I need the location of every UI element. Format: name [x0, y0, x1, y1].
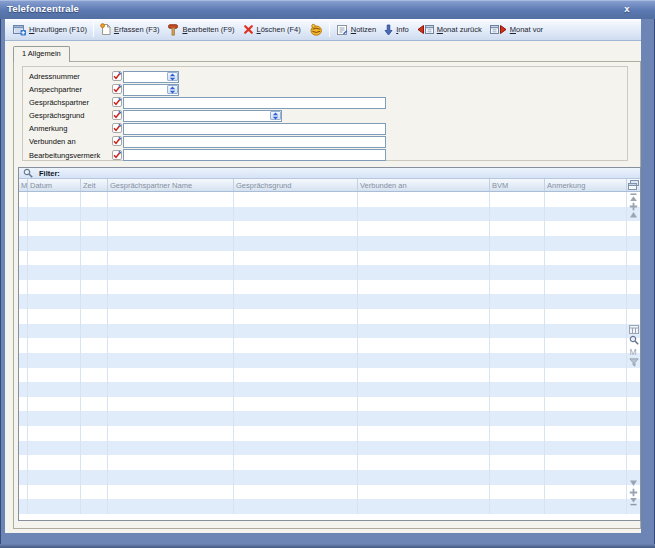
table-row[interactable]	[19, 338, 640, 353]
delete-x-icon	[243, 24, 254, 35]
filter-label: Filter:	[39, 169, 60, 178]
field-input-bearbeitungsvermerk[interactable]	[123, 149, 386, 161]
scroll-bottom-icon[interactable]	[628, 496, 639, 506]
search-icon[interactable]	[628, 335, 639, 345]
field-input-verbunden-an[interactable]	[123, 136, 386, 148]
toolbar: Hinzufügen (F10)Erfassen (F3)Bearbeiten …	[5, 19, 641, 41]
form-row-bearbeitungsvermerk: Bearbeitungsvermerk	[23, 149, 627, 162]
column-divider	[544, 192, 545, 514]
table-row[interactable]	[19, 485, 640, 500]
toolbar-button-mascot-icon[interactable]	[305, 21, 327, 38]
form-row-anspechpartner: Anspechpartner	[23, 83, 627, 96]
field-value	[124, 137, 385, 139]
table-row[interactable]	[19, 411, 640, 426]
table-row[interactable]	[19, 280, 640, 295]
goto-record-icon[interactable]: M	[628, 346, 639, 356]
title-bar: Telefonzentrale x	[0, 0, 655, 19]
field-label: Anspechpartner	[29, 85, 82, 94]
toolbar-button-erfassen-f3[interactable]: Erfassen (F3)	[96, 21, 163, 38]
new-page-icon	[100, 23, 111, 36]
toolbar-separator	[93, 22, 94, 37]
search-icon[interactable]	[23, 168, 33, 178]
toolbar-button-label: Monat zurück	[437, 25, 482, 34]
column-header-anmerkung[interactable]: Anmerkung	[545, 179, 627, 191]
form-row-verbunden-an: Verbunden an	[23, 135, 627, 148]
edit-check-icon[interactable]	[112, 84, 122, 94]
table-row[interactable]	[19, 455, 640, 470]
spinner-button[interactable]	[270, 111, 281, 120]
tab-allgemein[interactable]: 1 Allgemein	[13, 46, 70, 62]
column-chooser-icon[interactable]	[628, 180, 639, 190]
table-row[interactable]	[19, 470, 640, 485]
table-row[interactable]	[19, 426, 640, 441]
table-row[interactable]	[19, 441, 640, 456]
spinner-button[interactable]	[167, 85, 178, 94]
table-row[interactable]	[19, 397, 640, 412]
toolbar-button-label: Bearbeiten (F9)	[182, 25, 234, 34]
form-panel: AdressnummerAnspechpartnerGesprächspartn…	[22, 66, 628, 161]
scroll-up-icon[interactable]	[628, 210, 639, 220]
edit-check-icon[interactable]	[112, 150, 122, 160]
column-header-bvm[interactable]: BVM	[490, 179, 545, 191]
spinner-button[interactable]	[167, 72, 178, 81]
table-row[interactable]	[19, 382, 640, 397]
table-row[interactable]	[19, 353, 640, 368]
grid-body	[19, 192, 640, 514]
column-divider	[357, 192, 358, 514]
toolbar-button-monat-zur-ck[interactable]: Monat zurück	[413, 22, 486, 37]
toolbar-button-label: Notizen	[351, 25, 376, 34]
table-row[interactable]	[19, 294, 640, 309]
table-row[interactable]	[19, 324, 640, 339]
toolbar-button-l-schen-f4[interactable]: Löschen (F4)	[239, 22, 305, 37]
field-input-adressnummer[interactable]	[123, 71, 179, 83]
field-input-anmerkung[interactable]	[123, 123, 386, 135]
toolbar-button-label: Löschen (F4)	[257, 25, 301, 34]
svg-text:M: M	[629, 347, 636, 356]
column-header-gespr-chspartner-name[interactable]: Gesprächspartner Name	[108, 179, 234, 191]
form-row-gespr-chsgrund: Gesprächsgrund	[23, 109, 627, 122]
table-row[interactable]	[19, 251, 640, 266]
toolbar-separator	[329, 22, 330, 37]
column-header-gespr-chsgrund[interactable]: Gesprächsgrund	[234, 179, 358, 191]
column-header-zeit[interactable]: Zeit	[81, 179, 108, 191]
toolbar-button-info[interactable]: Info	[380, 22, 413, 38]
table-row[interactable]	[19, 221, 640, 236]
field-value	[124, 124, 385, 126]
edit-check-icon[interactable]	[112, 71, 122, 81]
tab-page: AdressnummerAnspechpartnerGesprächspartn…	[13, 61, 641, 529]
table-row[interactable]	[19, 236, 640, 251]
table-row[interactable]	[19, 207, 640, 222]
field-input-gespr-chspartner[interactable]	[123, 97, 386, 109]
field-input-anspechpartner[interactable]	[123, 84, 179, 96]
close-button[interactable]: x	[620, 2, 634, 15]
toolbar-button-monat-vor[interactable]: Monat vor	[486, 22, 547, 37]
field-label: Anmerkung	[29, 124, 67, 133]
table-row[interactable]	[19, 265, 640, 280]
edit-check-icon[interactable]	[112, 123, 122, 133]
field-input-gespr-chsgrund[interactable]	[123, 110, 282, 122]
column-header-m[interactable]: M	[19, 179, 28, 191]
filter-funnel-icon[interactable]	[628, 357, 639, 367]
column-divider	[107, 192, 108, 514]
toolbar-button-notizen[interactable]: Notizen	[332, 22, 380, 38]
toolbar-button-bearbeiten-f9[interactable]: Bearbeiten (F9)	[163, 21, 238, 38]
field-label: Bearbeitungsvermerk	[29, 151, 100, 160]
month-back-icon	[417, 24, 434, 35]
table-row[interactable]	[19, 368, 640, 383]
column-header-verbunden-an[interactable]: Verbunden an	[358, 179, 490, 191]
column-divider	[489, 192, 490, 514]
field-label: Verbunden an	[29, 137, 76, 146]
field-value	[124, 98, 385, 100]
form-row-anmerkung: Anmerkung	[23, 122, 627, 135]
edit-check-icon[interactable]	[112, 97, 122, 107]
table-row[interactable]	[19, 499, 640, 514]
edit-check-icon[interactable]	[112, 136, 122, 146]
toolbar-button-hinzuf-gen-f10[interactable]: Hinzufügen (F10)	[9, 22, 91, 38]
table-row[interactable]	[19, 192, 640, 207]
form-row-adressnummer: Adressnummer	[23, 70, 627, 83]
column-header-datum[interactable]: Datum	[28, 179, 81, 191]
table-row[interactable]	[19, 309, 640, 324]
add-window-icon	[13, 24, 26, 36]
view-grid-icon[interactable]	[628, 324, 639, 334]
edit-check-icon[interactable]	[112, 110, 122, 120]
